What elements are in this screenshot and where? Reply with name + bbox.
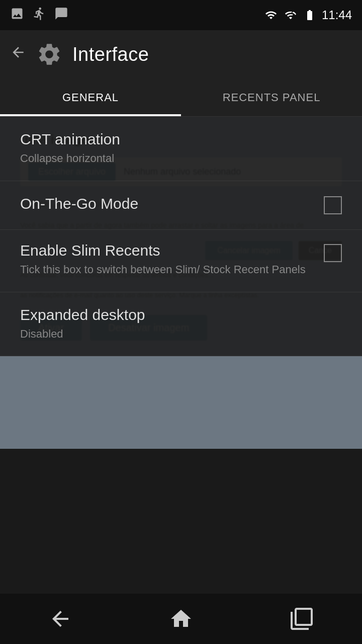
battery-icon — [303, 9, 317, 21]
toolbar: Interface — [0, 30, 362, 78]
slim-recents-subtitle: Tick this box to switch between Slim/ St… — [20, 262, 324, 278]
settings-list: CRT animation Collapse horizontal On-The… — [0, 117, 362, 356]
crt-animation-title: CRT animation — [20, 131, 342, 148]
settings-item-desktop-text: Expanded desktop Disabled — [20, 306, 342, 342]
slim-recents-title: Enable Slim Recents — [20, 242, 324, 259]
otg-mode-checkbox[interactable] — [324, 196, 342, 214]
list-item[interactable]: On-The-Go Mode — [0, 181, 362, 230]
navigation-bar — [0, 594, 362, 644]
back-button[interactable] — [33, 602, 87, 636]
chat-icon — [54, 7, 68, 24]
list-item[interactable]: Expanded desktop Disabled — [0, 292, 362, 357]
settings-gear-icon — [36, 41, 62, 67]
list-item[interactable]: CRT animation Collapse horizontal — [0, 117, 362, 181]
signal-icon — [284, 9, 298, 21]
back-arrow-icon[interactable] — [10, 44, 26, 64]
settings-item-otg-text: On-The-Go Mode — [20, 195, 324, 215]
person-walking-icon — [32, 7, 46, 24]
status-bar-left-icons — [10, 7, 68, 24]
settings-item-crt-text: CRT animation Collapse horizontal — [20, 131, 342, 167]
expanded-desktop-title: Expanded desktop — [20, 306, 342, 324]
home-button[interactable] — [154, 602, 208, 636]
tab-general[interactable]: GENERAL — [0, 78, 181, 116]
recents-button[interactable] — [275, 602, 329, 636]
wifi-icon — [263, 9, 279, 21]
crt-animation-subtitle: Collapse horizontal — [20, 151, 342, 167]
page-title: Interface — [72, 44, 149, 65]
otg-mode-title: On-The-Go Mode — [20, 195, 324, 212]
slim-recents-checkbox[interactable] — [324, 244, 342, 262]
tabs-container: GENERAL RECENTS PANEL — [0, 78, 362, 117]
tab-recents-panel[interactable]: RECENTS PANEL — [181, 78, 362, 116]
status-bar: 11:44 — [0, 0, 362, 30]
settings-item-slim-text: Enable Slim Recents Tick this box to swi… — [20, 242, 324, 278]
photo-icon — [10, 7, 24, 24]
list-item[interactable]: Enable Slim Recents Tick this box to swi… — [0, 230, 362, 292]
status-time: 11:44 — [322, 8, 352, 22]
expanded-desktop-subtitle: Disabled — [20, 327, 342, 342]
status-bar-right-icons: 11:44 — [263, 8, 352, 22]
